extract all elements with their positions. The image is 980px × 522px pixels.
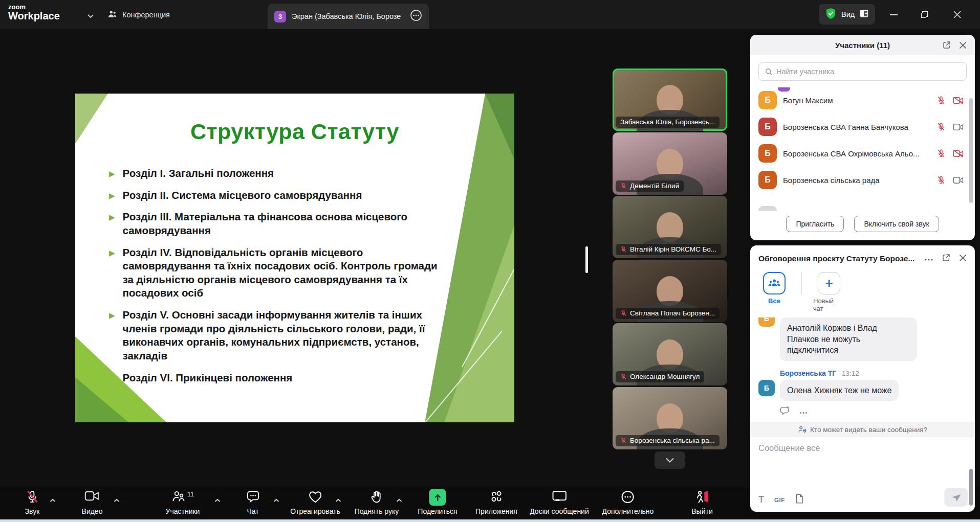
security-shield-icon <box>825 8 836 21</box>
leave-button[interactable]: Выйти <box>691 490 712 515</box>
participant-name: Богун Максим <box>783 96 930 105</box>
message-bubble: Олена Хижняк теж не може <box>780 380 899 401</box>
react-options-caret[interactable] <box>335 495 342 505</box>
participant-row[interactable]: Б Борозенська СВА Охрімовська Альо... <box>750 140 975 167</box>
shared-screen-scrollbar[interactable] <box>585 246 588 273</box>
participants-button[interactable]: 11 Участники <box>166 490 200 515</box>
audio-options-caret[interactable] <box>50 495 56 505</box>
send-button[interactable] <box>944 488 968 507</box>
popout-icon[interactable] <box>942 253 951 264</box>
unmute-button[interactable]: Включить свой звук <box>854 216 939 232</box>
participant-row[interactable]: Б Борозенська СВА Ганна Банчукова <box>750 114 975 140</box>
logo-line1: zoom <box>8 4 60 11</box>
camera-off-icon <box>953 149 964 158</box>
participant-search[interactable] <box>758 62 967 81</box>
sender-name[interactable]: Борозенська ТГ <box>780 369 836 377</box>
apps-button[interactable]: Приложения <box>475 490 517 515</box>
window-minimize-button[interactable] <box>881 0 906 29</box>
participants-title: Участники (11) <box>835 41 890 50</box>
chat-panel: Обговорення проєкту Статуту Борозе... Вс… <box>750 245 975 512</box>
raise-hand-button[interactable]: Поднять руку <box>355 490 399 515</box>
avatar: Б <box>758 118 777 136</box>
participant-name: Борозенська сільська рада <box>783 176 930 185</box>
chat-tab-all-label: Все <box>768 297 780 305</box>
close-icon[interactable] <box>959 35 967 55</box>
share-screen-button[interactable]: Поделиться <box>418 490 457 515</box>
privacy-shield-icon <box>798 425 807 434</box>
raise-hand-icon <box>370 490 383 504</box>
format-text-icon[interactable]: T <box>758 494 764 505</box>
chat-scrollbar[interactable] <box>969 469 973 506</box>
avatar: Б <box>758 144 777 163</box>
more-options-icon[interactable] <box>924 254 933 263</box>
logo-line2: Workplace <box>8 11 60 21</box>
chat-messages: Б Анатолій Коржов і Влад Плачков не можу… <box>750 317 975 422</box>
whiteboard-icon <box>552 490 567 503</box>
search-input[interactable] <box>776 67 961 76</box>
raise-hand-options-caret[interactable] <box>396 495 403 505</box>
tab-screen-share[interactable]: 3 Экран (Забавська Юлія, Борозе <box>268 4 429 29</box>
collapse-videos-button[interactable] <box>655 451 685 469</box>
reply-icon[interactable] <box>780 406 790 417</box>
more-button[interactable]: Дополнительно <box>602 490 654 515</box>
chat-tab-new[interactable]: + Новый чат <box>813 272 845 312</box>
layout-grid-icon <box>860 10 868 19</box>
video-tile[interactable]: Олександр Мошнягул <box>613 323 727 385</box>
participant-name: Борозенська СВА Ганна Банчукова <box>783 123 930 131</box>
video-name-label: Олександр Мошнягул <box>616 371 704 382</box>
avatar: Б <box>758 171 777 189</box>
plus-icon: + <box>825 277 833 290</box>
video-tile[interactable]: Віталій Кірін ВОКСМС Бо... <box>613 196 727 258</box>
video-tile[interactable]: Дементій Білий <box>613 132 727 195</box>
popout-icon[interactable] <box>942 35 951 55</box>
video-tile[interactable]: Світлана Попач Борозен... <box>613 260 727 322</box>
titlebar: zoom Workplace Конференция 3 Экран (Заба… <box>0 0 980 29</box>
divider <box>801 272 802 294</box>
more-options-icon[interactable] <box>799 407 808 416</box>
slide-bullet: ▶Розділ IV. Відповідальність органів міс… <box>109 246 447 301</box>
mic-muted-icon <box>620 183 627 189</box>
video-options-caret[interactable] <box>114 495 120 505</box>
slide-bullet: ▶Розділ VI. Прикінцеві положення <box>109 371 447 385</box>
window-restore-button[interactable] <box>912 0 937 29</box>
privacy-notice[interactable]: Кто может видеть ваши сообщения? <box>750 422 975 437</box>
gif-icon[interactable]: GIF <box>774 497 785 503</box>
chat-options-caret[interactable] <box>273 495 280 505</box>
participants-scrollbar[interactable] <box>969 98 973 203</box>
chat-message[interactable]: Б Олена Хижняк теж не може <box>758 380 967 401</box>
mic-muted-icon <box>620 246 627 253</box>
bullet-marker-icon: ▶ <box>109 212 115 237</box>
invite-button[interactable]: Пригласить <box>786 216 844 232</box>
react-button[interactable]: Отреагировать <box>290 490 340 515</box>
audio-button[interactable]: Звук <box>25 490 40 515</box>
video-name-label: Світлана Попач Борозен... <box>616 308 720 319</box>
participant-name: Борозенська СВА Охрімовська Альо... <box>783 149 930 158</box>
chat-tab-all[interactable]: Все <box>758 272 790 312</box>
attach-file-icon[interactable] <box>795 494 803 506</box>
whiteboards-button[interactable]: Доски сообщений <box>530 490 589 515</box>
mic-muted-icon <box>937 175 946 185</box>
scrolled-avatar-sliver <box>758 206 777 211</box>
send-plane-icon <box>951 492 962 503</box>
participants-options-caret[interactable] <box>214 495 221 505</box>
chevron-down-icon[interactable] <box>87 11 94 20</box>
view-menu[interactable]: Вид <box>819 4 875 25</box>
message-input[interactable] <box>758 443 943 453</box>
slide-bullet: ▶Розділ II. Система місцевого самоврядув… <box>109 189 447 202</box>
video-tile[interactable]: Борозенська сільська ра... <box>613 387 727 449</box>
video-tile[interactable]: Забавська Юлія, Борозенсь... <box>613 69 727 131</box>
participant-row[interactable]: Б Борозенська сільська рада <box>750 167 975 193</box>
tab-options-icon[interactable] <box>410 9 422 24</box>
slide-bullet: ▶Розділ III. Матеріальна та фінансова ос… <box>109 210 447 237</box>
chat-tab-new-label: Новый чат <box>813 297 845 312</box>
chat-title: Обговорення проєкту Статуту Борозе... <box>758 254 916 263</box>
video-button[interactable]: Видео <box>82 490 103 515</box>
share-screen-icon <box>429 489 446 506</box>
close-icon[interactable] <box>959 254 967 264</box>
tab-meeting[interactable]: Конференция <box>107 0 170 29</box>
chat-message[interactable]: Б Анатолій Коржов і Влад Плачков не можу… <box>758 317 967 361</box>
chevron-down-icon <box>665 457 675 463</box>
chat-button[interactable]: Чат <box>246 490 260 515</box>
window-close-button[interactable] <box>945 0 969 29</box>
camera-off-icon <box>953 96 964 105</box>
